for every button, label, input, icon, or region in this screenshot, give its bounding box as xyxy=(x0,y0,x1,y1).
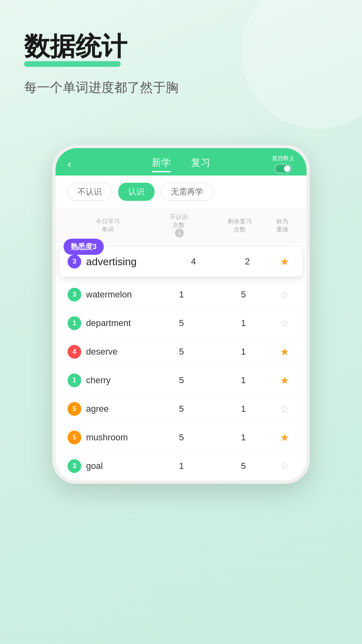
word-review-6: 5 xyxy=(212,461,274,471)
word-badge-2: 4 xyxy=(68,345,81,359)
word-review-5: 1 xyxy=(212,432,274,443)
word-text-0: watermelon xyxy=(86,289,150,300)
word-review-1: 1 xyxy=(212,318,274,328)
word-count-1: 5 xyxy=(150,318,212,328)
word-review-3: 1 xyxy=(212,375,274,386)
word-badge-4: 5 xyxy=(68,402,81,416)
word-count-0: 1 xyxy=(150,289,212,300)
tooltip-bubble: 熟悉度3 xyxy=(64,239,104,255)
word-star-6[interactable]: ☆ xyxy=(274,460,294,473)
word-review-2: 1 xyxy=(212,347,274,357)
word-count-5: 5 xyxy=(150,432,212,443)
word-star-2[interactable]: ★ xyxy=(274,346,294,358)
col-header-count: 不认识 次数 i xyxy=(148,213,209,237)
word-review-0: 5 xyxy=(212,289,274,300)
word-list: 3 watermelon 1 5 ☆ 1 department 5 1 ☆ 4 xyxy=(56,281,306,481)
filter-btn-unknown[interactable]: 不认识 xyxy=(68,183,112,201)
back-button[interactable]: ‹ xyxy=(68,158,71,171)
highlighted-star[interactable]: ★ xyxy=(274,256,294,268)
phone-inner: ‹ 新学 复习 遮挡释义 不认识 认识 无需再学 xyxy=(56,148,306,481)
toggle-knob xyxy=(284,165,290,172)
phone-mockup: ‹ 新学 复习 遮挡释义 不认识 认识 无需再学 xyxy=(52,145,310,484)
word-count-3: 5 xyxy=(150,375,212,386)
table-row: 4 deserve 5 1 ★ xyxy=(56,338,306,366)
highlighted-review: 2 xyxy=(220,256,274,267)
word-count-4: 5 xyxy=(150,404,212,414)
word-badge-6: 3 xyxy=(68,459,81,473)
word-badge-3: 1 xyxy=(68,374,81,387)
word-badge-5: 5 xyxy=(68,431,81,444)
table-header: 今日学习 单词 不认识 次数 i 剩余复习 次数 xyxy=(56,208,306,243)
table-row: 5 agree 5 1 ☆ xyxy=(56,395,306,423)
tab-review[interactable]: 复习 xyxy=(191,156,210,172)
col-header-review: 剩余复习 次数 xyxy=(209,217,270,233)
word-star-5[interactable]: ★ xyxy=(274,431,294,444)
col-header-mark: 标为重难 xyxy=(270,217,294,233)
word-text-5: mushroom xyxy=(86,432,150,443)
toggle-area: 遮挡释义 xyxy=(272,155,294,173)
filter-btn-nomore[interactable]: 无需再学 xyxy=(161,183,213,201)
title-underline xyxy=(24,61,121,67)
word-star-4[interactable]: ☆ xyxy=(274,403,294,415)
word-star-1[interactable]: ☆ xyxy=(274,317,294,330)
word-badge-1: 1 xyxy=(68,316,81,330)
filter-row: 不认识 认识 无需再学 xyxy=(56,175,306,208)
info-icon[interactable]: i xyxy=(175,229,184,237)
nav-tabs: 新学 复习 xyxy=(152,156,210,172)
page-header: 数据统计 每一个单词进度都了然于胸 xyxy=(0,0,362,113)
col-header-word: 今日学习 单词 xyxy=(68,217,148,233)
table-row: 1 cherry 5 1 ★ xyxy=(56,366,306,395)
word-count-2: 5 xyxy=(150,347,212,357)
word-count-6: 1 xyxy=(150,461,212,471)
page-subtitle: 每一个单词进度都了然于胸 xyxy=(24,79,338,97)
phone-container: ‹ 新学 复习 遮挡释义 不认识 认识 无需再学 xyxy=(52,145,310,484)
table-row: 1 department 5 1 ☆ xyxy=(56,309,306,338)
word-review-4: 1 xyxy=(212,404,274,414)
phone-header: ‹ 新学 复习 遮挡释义 xyxy=(56,148,306,175)
table-row: 3 watermelon 1 5 ☆ xyxy=(56,281,306,309)
table-row: 3 goal 1 5 ☆ xyxy=(56,452,306,481)
highlighted-row-wrapper: 熟悉度3 3 advertising 4 2 ★ xyxy=(56,247,306,277)
toggle-label: 遮挡释义 xyxy=(272,155,294,162)
word-badge-0: 3 xyxy=(68,288,81,301)
word-star-0[interactable]: ☆ xyxy=(274,289,294,301)
highlighted-count: 4 xyxy=(167,256,220,267)
word-text-6: goal xyxy=(86,461,150,471)
word-text-1: department xyxy=(86,318,150,328)
highlighted-word-text: advertising xyxy=(86,256,167,268)
toggle-switch[interactable] xyxy=(274,164,292,173)
word-star-3[interactable]: ★ xyxy=(274,374,294,387)
table-row: 5 mushroom 5 1 ★ xyxy=(56,423,306,452)
word-text-4: agree xyxy=(86,404,150,414)
word-text-3: cherry xyxy=(86,375,150,386)
tab-new[interactable]: 新学 xyxy=(152,156,171,172)
filter-btn-known[interactable]: 认识 xyxy=(118,183,154,201)
page-title: 数据统计 xyxy=(24,32,338,60)
phone-nav: ‹ 新学 复习 遮挡释义 xyxy=(68,156,294,175)
word-text-2: deserve xyxy=(86,347,150,357)
